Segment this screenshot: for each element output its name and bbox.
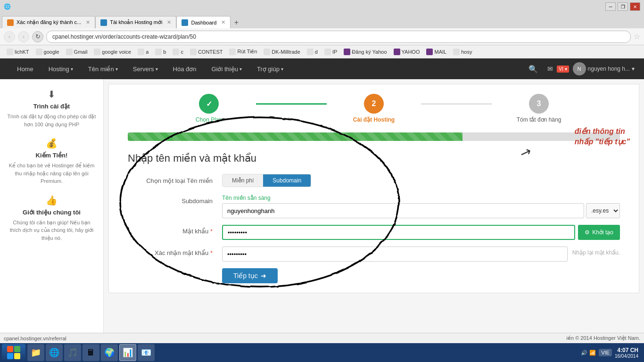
- step-connector-1: [256, 103, 327, 105]
- tab-close-2[interactable]: ✕: [167, 19, 171, 25]
- password-input[interactable]: [222, 225, 575, 240]
- password-row: Mật khẩu * ⚙ Khởi tạo: [128, 225, 620, 240]
- reload-button[interactable]: ↻: [32, 31, 43, 42]
- tab-label-3: Dashboard: [191, 20, 216, 25]
- bookmark-ruttien[interactable]: Rút Tiền: [226, 48, 260, 56]
- bookmark-a[interactable]: a: [135, 48, 151, 56]
- step-3: 3 Tóm tắt đơn hàng: [492, 94, 586, 123]
- taskbar-email[interactable]: 📧: [138, 344, 155, 361]
- language-indicator[interactable]: VIE: [599, 349, 612, 356]
- folder-icon: 📁: [31, 347, 41, 358]
- speaker-icon: 🔊: [581, 350, 587, 356]
- sidebar-kiemtien-text: Kể cho bạn bè về Hostinger để kiếm thu n…: [7, 162, 96, 185]
- bookmark-icon: [426, 49, 433, 55]
- continue-button[interactable]: Tiếp tục ➜: [222, 268, 278, 283]
- subdomain-label: Subdomain: [128, 195, 222, 205]
- username-label: nguyen hong h...: [588, 66, 630, 72]
- restore-button[interactable]: ❐: [618, 2, 628, 11]
- bookmark-icon: [173, 49, 179, 55]
- confirm-field-wrap: Nhập lại mật khẩu.: [222, 247, 620, 262]
- bookmark-icon: [155, 49, 162, 55]
- time-display: 4:07 CH: [615, 347, 638, 354]
- taskbar-excel[interactable]: 📊: [119, 344, 136, 361]
- bookmark-dangryyahoo[interactable]: Đăng ký Yahoo: [341, 48, 389, 56]
- nav-right-area: ✉ VI ▾ N nguyen hong h... ▾: [547, 62, 635, 75]
- calculator-icon: 🖩: [87, 348, 95, 358]
- taskbar-right: 🔊 📶 VIE 4:07 CH 16/04/2014: [581, 347, 642, 359]
- required-marker: *: [210, 228, 213, 235]
- bookmark-label: CONTEST: [198, 49, 223, 55]
- taskbar-items: 📁 🌐 🎵 🖩 🌍 📊 📧: [27, 344, 155, 361]
- chevron-down-icon: ▾: [281, 66, 283, 72]
- subdomain-row: Subdomain Tên miền sẵn sàng .esy.es: [128, 195, 620, 218]
- bookmark-dkmilltrade[interactable]: DK-Milltrade: [261, 48, 303, 56]
- taskbar-calc[interactable]: 🖩: [83, 344, 99, 361]
- gear-icon: ⚙: [585, 229, 590, 236]
- bookmark-icon: [453, 49, 460, 55]
- bookmark-label: Đăng ký Yahoo: [352, 49, 387, 55]
- bookmark-label: YAHOO: [402, 49, 420, 55]
- taskbar-ie[interactable]: 🌐: [46, 344, 63, 361]
- close-button[interactable]: ✕: [630, 2, 640, 11]
- bookmark-label: Rút Tiền: [237, 49, 257, 55]
- domain-opt-subdomain[interactable]: Subdomain: [263, 174, 311, 187]
- taskbar-globe[interactable]: 🌍: [101, 344, 118, 361]
- tab-close-3[interactable]: ✕: [221, 19, 225, 25]
- bookmark-google[interactable]: google: [33, 48, 62, 56]
- new-tab-button[interactable]: +: [231, 17, 242, 28]
- back-button[interactable]: ‹: [4, 31, 15, 42]
- forward-button[interactable]: ›: [18, 31, 29, 42]
- bookmark-icon: [307, 49, 314, 55]
- subdomain-hint: Tên miền sẵn sàng: [222, 195, 620, 201]
- tab-2[interactable]: Tài khoản Hosting mới ✕: [95, 16, 176, 28]
- bookmark-b[interactable]: b: [152, 48, 169, 56]
- nav-hosting[interactable]: Hosting ▾: [41, 58, 81, 79]
- nav-servers[interactable]: Servers ▾: [125, 58, 165, 79]
- tab-favicon-2: [100, 19, 107, 26]
- tab-1[interactable]: Xác nhận đăng ký thành c... ✕: [2, 16, 95, 28]
- bookmark-gmail[interactable]: Gmail: [63, 48, 91, 56]
- bookmark-c[interactable]: c: [170, 48, 186, 56]
- nav-hoadon[interactable]: Hóa đơn: [165, 58, 204, 79]
- search-icon[interactable]: 🔍: [524, 65, 543, 74]
- start-button[interactable]: [2, 344, 25, 361]
- bookmark-lichkt[interactable]: lichKT: [4, 48, 32, 56]
- bookmark-icon: [394, 49, 400, 55]
- mail-icon[interactable]: ✉: [547, 65, 553, 73]
- bookmark-star[interactable]: ☆: [634, 32, 640, 41]
- generate-button[interactable]: ⚙ Khởi tạo: [578, 225, 620, 240]
- window-controls[interactable]: ─ ❐ ✕: [605, 2, 640, 11]
- bookmark-mail[interactable]: MAIL: [423, 48, 449, 56]
- language-flag[interactable]: VI ▾: [557, 66, 569, 73]
- user-menu[interactable]: N nguyen hong h... ▾: [573, 62, 635, 75]
- bookmark-google-voice[interactable]: google voice: [91, 48, 134, 56]
- bookmark-ip[interactable]: IP: [322, 48, 340, 56]
- bookmark-d[interactable]: d: [304, 48, 321, 56]
- tab-close-1[interactable]: ✕: [86, 19, 90, 25]
- confirm-password-input[interactable]: [222, 247, 568, 262]
- url-input[interactable]: [46, 31, 631, 43]
- step-1-circle: ✓: [199, 94, 219, 114]
- nav-trogiup[interactable]: Trợ giúp ▾: [249, 58, 291, 79]
- taskbar-media[interactable]: 🎵: [64, 344, 81, 361]
- sidebar-gioithieu-section: 👍 Giới thiệu chúng tôi Chúng tôi cần bạn…: [7, 195, 96, 242]
- domain-suffix-select[interactable]: .esy.es: [586, 203, 620, 218]
- domain-type-row: Chọn một loại Tên miền Miễn phí Subdomai…: [128, 174, 620, 187]
- bookmark-label: Gmail: [74, 49, 88, 55]
- bookmark-hosy[interactable]: hosy: [450, 48, 475, 56]
- nav-home[interactable]: Home: [9, 58, 41, 79]
- bookmark-yahoo[interactable]: YAHOO: [391, 48, 423, 56]
- confirm-label-text: Xác nhận mật khẩu: [155, 249, 208, 256]
- taskbar-files[interactable]: 📁: [27, 344, 44, 361]
- step-1: ✓ Chọn Plan: [162, 94, 256, 123]
- tab-3[interactable]: Dashboard ✕: [176, 16, 231, 28]
- domain-opt-free[interactable]: Miễn phí: [223, 174, 263, 187]
- sidebar-install-text: Trình cài đặt tự động cho phép cài đặt h…: [7, 113, 96, 128]
- subdomain-input[interactable]: [222, 203, 584, 218]
- minimize-button[interactable]: ─: [605, 2, 616, 11]
- nav-tendomain[interactable]: Tên miền ▾: [81, 58, 125, 79]
- bookmark-icon: [324, 49, 331, 55]
- chevron-down-icon: ▾: [239, 66, 242, 72]
- nav-gioithieu[interactable]: Giới thiệu ▾: [204, 58, 249, 79]
- bookmark-contest[interactable]: CONTEST: [187, 48, 226, 56]
